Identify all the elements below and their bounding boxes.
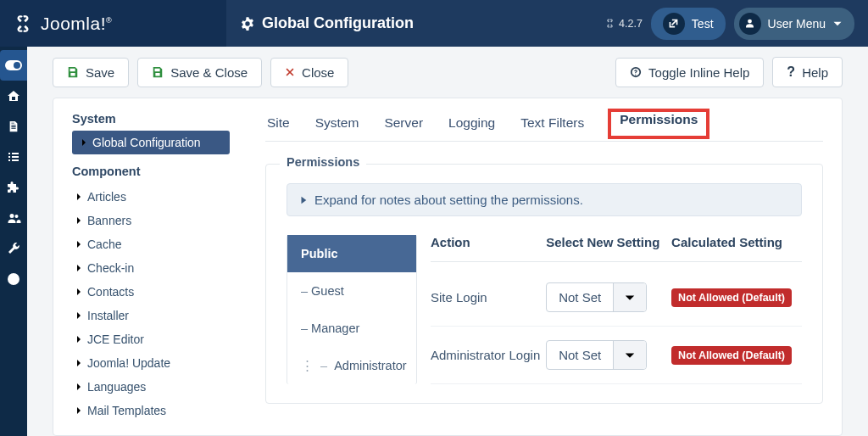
nav-item-installer[interactable]: Installer bbox=[72, 304, 230, 327]
nav-item-label: JCE Editor bbox=[87, 333, 144, 346]
chevron-right-icon bbox=[75, 263, 82, 273]
rail-help[interactable] bbox=[0, 264, 27, 294]
chevron-down-icon bbox=[614, 341, 646, 369]
expand-notes-label: Expand for notes about setting the permi… bbox=[314, 193, 583, 207]
nav-active-label: Global Configuration bbox=[92, 136, 201, 149]
version-badge[interactable]: 4.2.7 bbox=[604, 18, 643, 30]
nav-item-label: Check-in bbox=[87, 261, 134, 275]
nav-item-cache[interactable]: Cache bbox=[72, 232, 230, 256]
rail-content[interactable] bbox=[0, 111, 27, 142]
group-tab-guest[interactable]: Guest bbox=[287, 272, 416, 310]
rail-system[interactable] bbox=[0, 233, 27, 264]
nav-item-label: Installer bbox=[87, 309, 129, 322]
toggle-help-label: Toggle Inline Help bbox=[648, 65, 749, 80]
toolbar: Save Save & Close Close Toggle Inline He… bbox=[27, 47, 868, 98]
tab-text-filters[interactable]: Text Filters bbox=[519, 112, 586, 139]
rail-users[interactable] bbox=[0, 203, 27, 233]
chevron-right-icon bbox=[75, 310, 82, 321]
content-card: System Global Configuration Component Ar… bbox=[53, 98, 843, 436]
nav-item-label: Contacts bbox=[87, 285, 134, 299]
rail-menus[interactable] bbox=[0, 142, 27, 172]
config-nav: System Global Configuration Component Ar… bbox=[72, 112, 230, 435]
titlebar: Global Configuration 4.2.7 Test User Men… bbox=[226, 0, 868, 47]
tab-server[interactable]: Server bbox=[382, 112, 425, 139]
nav-item-joomla-update[interactable]: Joomla! Update bbox=[72, 351, 230, 375]
tab-site[interactable]: Site bbox=[265, 112, 292, 139]
rail-home[interactable] bbox=[0, 81, 27, 111]
question-mark-icon: ? bbox=[787, 64, 795, 80]
chevron-right-icon bbox=[75, 239, 82, 249]
save-close-button[interactable]: Save & Close bbox=[137, 58, 262, 87]
nav-item-mail-templates[interactable]: Mail Templates bbox=[72, 399, 230, 422]
brand-text: Joomla!® bbox=[41, 14, 112, 34]
col-calc-header: Calculated Setting bbox=[671, 235, 802, 249]
nav-system-heading: System bbox=[72, 112, 230, 126]
perm-select[interactable]: Not Set bbox=[546, 340, 647, 370]
save-label: Save bbox=[86, 65, 114, 80]
tab-permissions[interactable]: Permissions bbox=[618, 109, 699, 126]
chevron-right-icon bbox=[75, 358, 82, 368]
nav-item-articles[interactable]: Articles bbox=[72, 185, 230, 209]
close-icon bbox=[285, 67, 295, 77]
group-tab-administrator[interactable]: Administrator bbox=[287, 347, 416, 384]
perm-action: Administrator Login bbox=[431, 348, 546, 362]
perm-select-value: Not Set bbox=[547, 341, 614, 369]
chevron-right-icon bbox=[75, 334, 82, 344]
page-title: Global Configuration bbox=[262, 14, 414, 32]
rail-components[interactable] bbox=[0, 172, 27, 203]
perm-action: Site Login bbox=[431, 290, 546, 305]
permissions-fieldset: Permissions Expand for notes about setti… bbox=[265, 164, 823, 404]
perm-select[interactable]: Not Set bbox=[546, 282, 647, 312]
tab-bar: SiteSystemServerLoggingText FiltersPermi… bbox=[265, 112, 823, 142]
nav-item-label: Mail Templates bbox=[87, 404, 166, 417]
perm-calc-badge: Not Allowed (Default) bbox=[671, 288, 792, 307]
group-tab-public[interactable]: Public bbox=[287, 235, 416, 272]
user-menu-button[interactable]: User Menu bbox=[734, 8, 854, 40]
nav-item-languages[interactable]: Languages bbox=[72, 375, 230, 399]
col-action-header: Action bbox=[431, 235, 546, 249]
col-select-header: Select New Setting bbox=[546, 235, 671, 249]
nav-item-label: Languages bbox=[87, 380, 146, 394]
group-tab-manager[interactable]: Manager bbox=[287, 310, 416, 347]
nav-item-check-in[interactable]: Check-in bbox=[72, 256, 230, 280]
tab-logging[interactable]: Logging bbox=[447, 112, 497, 139]
nav-item-jce-editor[interactable]: JCE Editor bbox=[72, 327, 230, 351]
close-button[interactable]: Close bbox=[270, 58, 348, 87]
chevron-down-icon bbox=[614, 283, 646, 311]
permission-row: Site LoginNot SetNot Allowed (Default) bbox=[431, 269, 802, 327]
joomla-small-icon bbox=[604, 18, 615, 29]
gear-icon bbox=[240, 16, 255, 31]
brand[interactable]: Joomla!® bbox=[0, 0, 226, 47]
nav-item-contacts[interactable]: Contacts bbox=[72, 280, 230, 304]
chevron-right-icon bbox=[81, 137, 87, 148]
nav-item-label: Banners bbox=[87, 214, 131, 227]
chevron-right-icon bbox=[75, 192, 82, 202]
external-link-icon bbox=[663, 13, 685, 35]
toggle-inline-help-button[interactable]: Toggle Inline Help bbox=[615, 58, 764, 87]
save-button[interactable]: Save bbox=[53, 58, 129, 87]
nav-active-global-config[interactable]: Global Configuration bbox=[72, 131, 230, 154]
help-label: Help bbox=[802, 65, 828, 80]
close-label: Close bbox=[302, 65, 334, 80]
version-text: 4.2.7 bbox=[619, 18, 643, 30]
topbar: Joomla!® Global Configuration 4.2.7 Test… bbox=[0, 0, 868, 47]
save-icon bbox=[152, 66, 164, 78]
sidebar-rail bbox=[0, 47, 27, 436]
nav-item-label: Articles bbox=[87, 190, 126, 204]
help-button[interactable]: ? Help bbox=[772, 57, 843, 87]
permission-row: Administrator LoginNot SetNot Allowed (D… bbox=[431, 327, 802, 384]
test-button[interactable]: Test bbox=[651, 8, 726, 40]
expand-notes-button[interactable]: Expand for notes about setting the permi… bbox=[287, 183, 802, 216]
rail-toggle[interactable] bbox=[0, 50, 27, 81]
tab-system[interactable]: System bbox=[314, 112, 361, 139]
nav-item-banners[interactable]: Banners bbox=[72, 209, 230, 232]
save-icon bbox=[67, 66, 79, 78]
question-icon bbox=[630, 66, 642, 78]
nav-item-label: Cache bbox=[87, 238, 121, 251]
perm-select-value: Not Set bbox=[547, 283, 614, 311]
main: Save Save & Close Close Toggle Inline He… bbox=[27, 47, 868, 436]
chevron-down-icon bbox=[832, 19, 843, 29]
group-tabs: PublicGuestManagerAdministrator bbox=[287, 235, 417, 384]
chevron-right-icon bbox=[75, 287, 82, 297]
config-panel: SiteSystemServerLoggingText FiltersPermi… bbox=[265, 112, 823, 435]
